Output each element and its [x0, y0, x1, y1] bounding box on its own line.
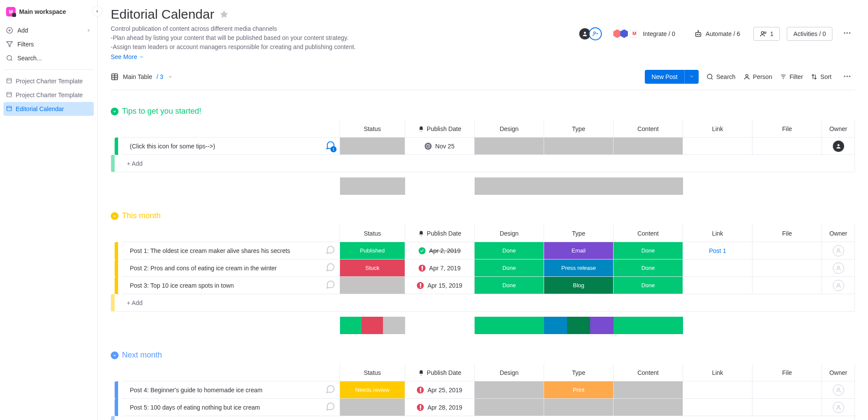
members-button[interactable]: 1	[753, 27, 780, 41]
file-cell[interactable]	[752, 381, 822, 399]
integrate-button[interactable]: Integrate / 0	[609, 26, 681, 41]
type-cell[interactable]: Press release	[544, 259, 614, 277]
column-header[interactable]: Link	[683, 225, 752, 242]
type-cell[interactable]: Email	[544, 242, 614, 259]
file-cell[interactable]	[752, 399, 822, 416]
link-cell[interactable]	[683, 399, 752, 416]
column-header[interactable]: File	[752, 364, 822, 381]
status-cell[interactable]	[340, 277, 405, 294]
item-name-cell[interactable]: Post 4: Beginner's guide to homemade ice…	[122, 381, 340, 399]
column-header[interactable]: Design	[475, 364, 544, 381]
date-cell[interactable]: Apr 2, 2019	[405, 242, 475, 259]
view-switcher[interactable]: Main Table / 3	[111, 73, 173, 81]
design-cell[interactable]: Done	[475, 259, 544, 277]
avatar-invite[interactable]	[589, 27, 602, 40]
sidebar-filters[interactable]: Filters	[3, 37, 94, 51]
content-cell[interactable]	[614, 399, 683, 416]
content-cell[interactable]: Done	[614, 277, 683, 294]
owner-empty[interactable]	[833, 245, 844, 256]
status-cell[interactable]	[340, 138, 405, 155]
date-cell[interactable]: Apr 28, 2019	[405, 399, 475, 416]
design-cell[interactable]	[475, 381, 544, 399]
column-header[interactable]: Owner	[822, 364, 855, 381]
design-cell[interactable]: Done	[475, 242, 544, 259]
chat-icon[interactable]	[326, 245, 335, 256]
file-cell[interactable]	[752, 242, 822, 259]
file-cell[interactable]	[752, 277, 822, 294]
item-name-cell[interactable]: Post 2: Pros and cons of eating ice crea…	[122, 259, 340, 277]
column-header[interactable]: Type	[544, 225, 614, 242]
add-item-row[interactable]: + Add	[111, 416, 855, 420]
design-cell[interactable]	[475, 138, 544, 155]
item-name-cell[interactable]: (Click this icon for some tips-->)1	[122, 138, 340, 155]
owner-cell[interactable]	[822, 138, 855, 155]
table-search[interactable]: Search	[706, 73, 735, 80]
design-cell[interactable]	[475, 399, 544, 416]
new-post-dropdown[interactable]	[684, 70, 699, 84]
column-header[interactable]: Status	[340, 364, 405, 381]
board-menu[interactable]	[839, 27, 855, 40]
column-header[interactable]: Content	[614, 225, 683, 242]
column-header[interactable]: Type	[544, 120, 614, 138]
status-cell[interactable]	[340, 399, 405, 416]
star-icon[interactable]	[219, 10, 229, 19]
file-cell[interactable]	[752, 138, 822, 155]
column-header[interactable]: Publish Date	[405, 225, 475, 242]
item-name-cell[interactable]: Post 5: 100 days of eating nothing but i…	[122, 399, 340, 416]
view-menu[interactable]	[839, 70, 855, 84]
type-cell[interactable]	[544, 399, 614, 416]
automate-button[interactable]: Automate / 6	[688, 27, 746, 41]
link-cell[interactable]	[683, 259, 752, 277]
type-cell[interactable]	[544, 138, 614, 155]
see-more-link[interactable]: See More	[111, 53, 144, 60]
add-item-row[interactable]: + Add	[111, 294, 855, 312]
column-header[interactable]: Publish Date	[405, 120, 475, 138]
sidebar-board-item[interactable]: Project Charter Template	[3, 74, 94, 88]
date-cell[interactable]: Apr 25, 2019	[405, 381, 475, 399]
sidebar-board-item[interactable]: Editorial Calendar	[3, 102, 94, 116]
group-header[interactable]: This month	[111, 211, 855, 220]
column-header[interactable]: Owner	[822, 120, 855, 138]
owner-empty[interactable]	[833, 402, 844, 413]
add-item-row[interactable]: + Add	[111, 155, 855, 172]
content-cell[interactable]: Done	[614, 259, 683, 277]
column-header[interactable]: Link	[683, 120, 752, 138]
design-cell[interactable]: Done	[475, 277, 544, 294]
file-cell[interactable]	[752, 259, 822, 277]
type-cell[interactable]: Blog	[544, 277, 614, 294]
group-collapse-icon[interactable]	[111, 108, 119, 115]
date-cell[interactable]: Nov 25	[405, 138, 475, 155]
content-cell[interactable]: Done	[614, 242, 683, 259]
item-name-cell[interactable]: Post 3: Top 10 ice cream spots in town	[122, 277, 340, 294]
owner-avatar[interactable]	[833, 141, 844, 152]
status-cell[interactable]: Stuck	[340, 259, 405, 277]
owner-cell[interactable]	[822, 399, 855, 416]
link-cell[interactable]	[683, 277, 752, 294]
owner-cell[interactable]	[822, 381, 855, 399]
board-avatars[interactable]	[581, 27, 602, 40]
column-header[interactable]: Status	[340, 225, 405, 242]
column-header[interactable]: Link	[683, 364, 752, 381]
column-header[interactable]: Type	[544, 364, 614, 381]
link-cell[interactable]: Post 1	[683, 242, 752, 259]
status-cell[interactable]: Published	[340, 242, 405, 259]
owner-cell[interactable]	[822, 277, 855, 294]
table-sort[interactable]: Sort	[811, 73, 832, 80]
column-header[interactable]: Owner	[822, 225, 855, 242]
column-header[interactable]: File	[752, 225, 822, 242]
item-name-cell[interactable]: Post 1: The oldest ice cream maker alive…	[122, 242, 340, 259]
status-cell[interactable]: Needs review	[340, 381, 405, 399]
owner-cell[interactable]	[822, 259, 855, 277]
column-header[interactable]: Design	[475, 120, 544, 138]
column-header[interactable]: Status	[340, 120, 405, 138]
column-header[interactable]: Publish Date	[405, 364, 475, 381]
type-cell[interactable]: Print	[544, 381, 614, 399]
chat-icon[interactable]	[326, 402, 335, 413]
column-header[interactable]: File	[752, 120, 822, 138]
new-post-button[interactable]: New Post	[645, 70, 699, 84]
owner-empty[interactable]	[833, 384, 844, 396]
content-cell[interactable]	[614, 138, 683, 155]
group-collapse-icon[interactable]	[111, 351, 119, 359]
owner-empty[interactable]	[833, 280, 844, 291]
chat-icon[interactable]	[326, 280, 335, 291]
